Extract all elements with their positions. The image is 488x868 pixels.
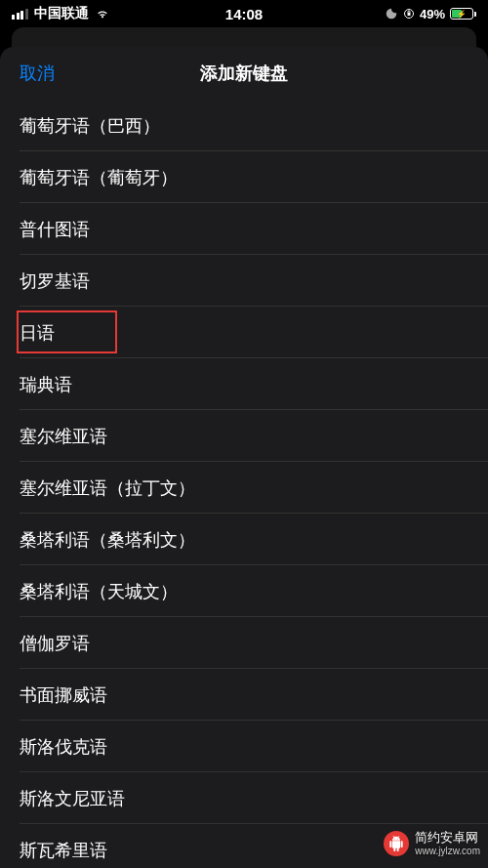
list-item-label: 葡萄牙语（巴西） (20, 114, 160, 138)
list-item-label: 瑞典语 (20, 373, 72, 396)
svg-rect-1 (407, 13, 410, 16)
page-title: 添加新键盘 (200, 62, 288, 85)
battery-percentage: 49% (420, 7, 445, 21)
watermark-name: 简约安卓网 (415, 831, 480, 846)
list-item-label: 塞尔维亚语 (20, 425, 107, 448)
list-item[interactable]: 普什图语 (0, 203, 488, 255)
list-item-label: 塞尔维亚语（拉丁文） (20, 476, 195, 500)
list-item-label: 日语 (20, 321, 55, 345)
list-item[interactable]: 斯洛伐克语 (0, 721, 488, 772)
list-item[interactable]: 斯洛文尼亚语 (0, 772, 488, 824)
list-item[interactable]: 瑞典语 (0, 358, 488, 410)
list-item-label: 斯瓦希里语 (20, 839, 107, 862)
keyboard-list[interactable]: 葡萄牙语（巴西）葡萄牙语（葡萄牙）普什图语切罗基语日语瑞典语塞尔维亚语塞尔维亚语… (0, 100, 488, 868)
list-item[interactable]: 桑塔利语（桑塔利文） (0, 514, 488, 565)
signal-icon (12, 9, 28, 20)
list-item[interactable]: 切罗基语 (0, 255, 488, 307)
status-right: 49% ⚡ (385, 7, 476, 21)
carrier-label: 中国联通 (34, 5, 89, 22)
list-item[interactable]: 塞尔维亚语 (0, 410, 488, 462)
list-item-label: 切罗基语 (20, 269, 90, 293)
watermark: 简约安卓网 www.jylzw.com (384, 831, 480, 856)
list-item-label: 书面挪威语 (20, 683, 107, 707)
orientation-lock-icon (403, 8, 415, 20)
status-bar: 中国联通 14:08 49% ⚡ (0, 0, 488, 27)
list-item-label: 斯洛伐克语 (20, 735, 107, 759)
list-item-label: 斯洛文尼亚语 (20, 787, 125, 810)
status-time: 14:08 (225, 6, 263, 22)
list-item-label: 桑塔利语（桑塔利文） (20, 528, 195, 552)
list-item[interactable]: 葡萄牙语（葡萄牙） (0, 151, 488, 203)
cancel-button[interactable]: 取消 (20, 62, 55, 85)
list-item[interactable]: 葡萄牙语（巴西） (0, 100, 488, 151)
list-item[interactable]: 僧伽罗语 (0, 617, 488, 669)
dnd-icon (385, 7, 398, 21)
list-item[interactable]: 塞尔维亚语（拉丁文） (0, 462, 488, 514)
modal-sheet: 取消 添加新键盘 葡萄牙语（巴西）葡萄牙语（葡萄牙）普什图语切罗基语日语瑞典语塞… (0, 47, 488, 868)
list-item[interactable]: 日语 (0, 307, 488, 358)
watermark-logo-icon (384, 831, 409, 856)
status-left: 中国联通 (12, 5, 110, 22)
list-item[interactable]: 桑塔利语（天城文） (0, 565, 488, 617)
nav-bar: 取消 添加新键盘 (0, 47, 488, 100)
watermark-url: www.jylzw.com (415, 846, 480, 857)
wifi-icon (95, 6, 110, 21)
battery-icon: ⚡ (450, 8, 476, 20)
list-item-label: 桑塔利语（天城文） (20, 580, 178, 603)
background-sheet-peek (12, 27, 476, 47)
list-item[interactable]: 书面挪威语 (0, 669, 488, 721)
list-item-label: 僧伽罗语 (20, 632, 90, 655)
list-item-label: 普什图语 (20, 218, 90, 241)
list-item-label: 葡萄牙语（葡萄牙） (20, 166, 178, 189)
